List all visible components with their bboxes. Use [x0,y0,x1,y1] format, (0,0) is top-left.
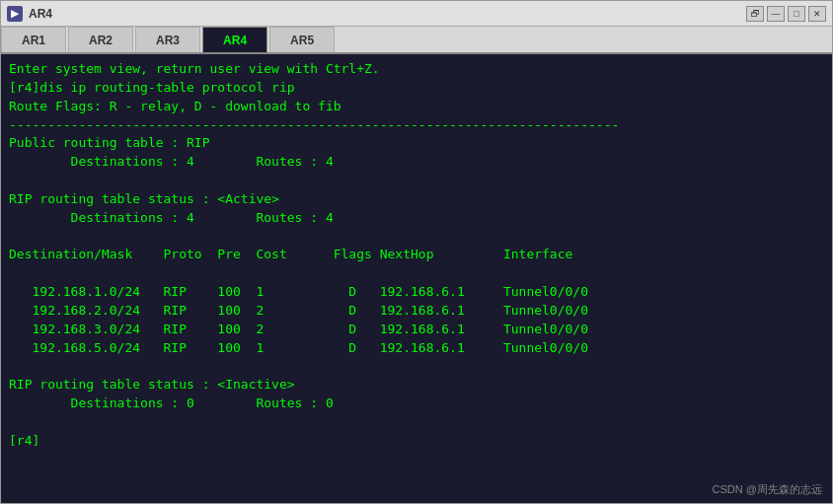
tab-ar3[interactable]: AR3 [135,27,200,52]
tab-ar4[interactable]: AR4 [202,27,267,52]
terminal-output: Enter system view, return user view with… [9,60,824,451]
title-bar-left: ▶ AR4 [7,6,52,22]
title-bar: ▶ AR4 🗗 — □ ✕ [1,1,832,27]
window-title: AR4 [29,7,52,21]
maximize-button[interactable]: □ [788,6,805,22]
title-buttons: 🗗 — □ ✕ [746,6,826,22]
tab-bar: AR1 AR2 AR3 AR4 AR5 [1,27,832,54]
main-window: ▶ AR4 🗗 — □ ✕ AR1 AR2 AR3 AR4 AR5 Enter … [0,0,833,504]
restore-button[interactable]: 🗗 [746,6,764,22]
terminal-area[interactable]: Enter system view, return user view with… [1,54,832,503]
tab-ar5[interactable]: AR5 [269,27,335,52]
watermark: CSDN @周先森的志远 [713,482,822,497]
tab-ar2[interactable]: AR2 [68,27,133,52]
tab-ar1[interactable]: AR1 [1,27,66,52]
app-icon: ▶ [7,6,23,22]
close-button[interactable]: ✕ [808,6,826,22]
minimize-button[interactable]: — [767,6,785,22]
